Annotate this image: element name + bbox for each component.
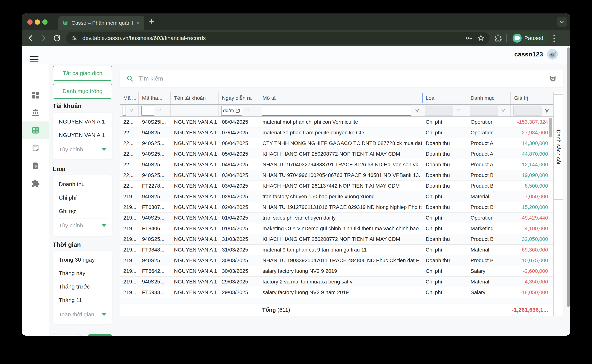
table-row[interactable]: 22... 940S25I... NGUYEN VAN A 1 08/04/20… bbox=[120, 117, 553, 127]
site-settings-icon[interactable] bbox=[71, 35, 78, 42]
filter-input-mo-ta[interactable] bbox=[262, 106, 411, 116]
extension-paused-badge[interactable]: Paused bbox=[511, 32, 548, 45]
date-filter-input[interactable]: dd/m bbox=[221, 106, 242, 116]
col-header-ma-tham-chieu[interactable]: Mã tha... bbox=[139, 92, 171, 104]
cell-danh-muc: Product B bbox=[467, 181, 511, 191]
sidebar-bottom-primary-button[interactable] bbox=[88, 334, 112, 336]
time-item[interactable]: Trong 30 ngày bbox=[53, 253, 112, 266]
table-row[interactable]: 219... 940S25... NGUYEN VAN A 1 31/03/20… bbox=[120, 234, 553, 245]
type-item[interactable]: Ghi nợ bbox=[53, 204, 112, 218]
funnel-icon[interactable] bbox=[157, 108, 162, 113]
all-transactions-button[interactable]: Tất cả giao dịch bbox=[53, 66, 112, 81]
filter-input-ma[interactable] bbox=[122, 106, 126, 116]
forward-icon[interactable] bbox=[40, 34, 48, 42]
funnel-icon[interactable] bbox=[245, 108, 250, 113]
table-scrollbar-thumb[interactable] bbox=[549, 118, 552, 137]
funnel-icon[interactable] bbox=[456, 108, 461, 113]
sidebar-bottom-secondary-button[interactable] bbox=[52, 334, 81, 336]
cell-ma: 219... bbox=[120, 255, 139, 266]
col-header-gia-tri[interactable]: Giá trị bbox=[511, 92, 553, 104]
sidebar-item-dashboard[interactable] bbox=[22, 87, 49, 104]
bookmark-star-icon[interactable] bbox=[477, 34, 484, 42]
funnel-icon[interactable] bbox=[414, 108, 420, 113]
table-row[interactable]: 22... 940S25... NGUYEN VAN A 1 06/04/202… bbox=[120, 138, 553, 149]
url-bar[interactable]: dev.table.casso.vn/business/603/financia… bbox=[66, 32, 490, 45]
filter-cell-danh-muc bbox=[467, 105, 511, 117]
cell-mo-ta: NHAN TU 9704996100205486763 TRACE 9 4658… bbox=[259, 170, 422, 181]
time-item[interactable]: Tháng trước bbox=[53, 280, 112, 293]
filter-input-danh-muc[interactable] bbox=[470, 106, 498, 116]
reload-icon[interactable] bbox=[53, 34, 61, 42]
table-row[interactable]: 219... FT6307... NGUYEN VAN A 1 02/04/20… bbox=[120, 202, 553, 213]
sidebar-item-invoices[interactable]: $ bbox=[22, 157, 49, 174]
type-item[interactable]: Doanh thu bbox=[53, 177, 112, 191]
filter-input-ma-tham-chieu[interactable] bbox=[141, 106, 154, 116]
cell-ma: 219... bbox=[120, 223, 139, 234]
funnel-icon[interactable] bbox=[544, 108, 550, 113]
column-panel: Danh sách cột bbox=[553, 92, 563, 316]
tab-search-chevron-button[interactable] bbox=[557, 17, 567, 27]
funnel-icon[interactable] bbox=[500, 108, 506, 113]
filter-cell-ma bbox=[120, 105, 139, 117]
user-account[interactable]: casso123 bbox=[514, 48, 558, 60]
back-icon[interactable] bbox=[27, 34, 35, 42]
tab-title-fade bbox=[133, 16, 144, 30]
browser-menu-icon[interactable] bbox=[552, 33, 556, 43]
table-row[interactable]: 22... 940S25... NGUYEN VAN A 1 03/04/202… bbox=[120, 170, 553, 181]
empty-category-button[interactable]: Danh mục trống bbox=[53, 84, 112, 99]
table-row[interactable]: 219... FT8406... NGUYEN VAN A 1 01/04/20… bbox=[120, 223, 553, 234]
table-row[interactable]: 219... 940S25... NGUYEN VAN A 1 30/03/20… bbox=[120, 255, 553, 266]
time-item[interactable]: Tháng này bbox=[53, 266, 112, 280]
traffic-light-zoom[interactable] bbox=[42, 20, 47, 25]
search-bar[interactable]: Tìm kiếm bbox=[120, 70, 563, 87]
col-header-danh-muc[interactable]: Danh mục bbox=[467, 92, 511, 104]
filter-input-gia-tri[interactable] bbox=[513, 106, 541, 116]
cell-ma: 219... bbox=[120, 202, 139, 213]
time-custom-dropdown[interactable]: Toàn thời gian bbox=[53, 308, 112, 321]
type-item[interactable]: Chi phí bbox=[53, 191, 112, 204]
table-row[interactable]: 219... 940S25... NGUYEN VAN A 1 02/04/20… bbox=[120, 191, 553, 202]
extensions-puzzle-icon[interactable] bbox=[495, 34, 502, 42]
traffic-light-close[interactable] bbox=[27, 20, 33, 25]
table-row[interactable]: 219... FT6642... NGUYEN VAN A 1 30/03/20… bbox=[120, 266, 553, 277]
col-header-ten-tai-khoan[interactable]: Tên tài khoản bbox=[171, 92, 219, 104]
sidebar-item-notes[interactable] bbox=[22, 139, 49, 156]
filter-input-loai[interactable] bbox=[425, 106, 453, 116]
table-row[interactable]: 22... FT2278... NGUYEN VAN A 1 03/04/202… bbox=[120, 181, 553, 191]
table-row[interactable]: 22... 940S25... NGUYEN VAN A 1 05/04/202… bbox=[120, 149, 553, 159]
account-item[interactable]: NGUYEN VAN A 1 bbox=[53, 128, 112, 142]
table-row[interactable]: 219... FT9848... NGUYEN VAN A 1 31/03/20… bbox=[120, 245, 553, 255]
time-item[interactable]: Tháng 11 bbox=[53, 293, 112, 307]
sidebar-item-records-active[interactable] bbox=[22, 122, 49, 139]
sidebar-item-integrations[interactable] bbox=[22, 175, 49, 192]
col-header-ngay-dien-ra[interactable]: Ngày diễn ra bbox=[219, 92, 259, 104]
password-key-icon[interactable] bbox=[465, 34, 473, 42]
menu-hamburger-icon[interactable] bbox=[30, 56, 39, 62]
browser-tab[interactable]: Casso – Phần mềm quản lý dò × bbox=[58, 16, 144, 30]
table-row[interactable]: 22... 940S25... NGUYEN VAN A 1 04/04/202… bbox=[120, 159, 553, 170]
traffic-light-minimize[interactable] bbox=[35, 20, 40, 25]
type-custom-dropdown[interactable]: Tùy chỉnh bbox=[53, 219, 112, 232]
table-row[interactable]: 219... 940S25... NGUYEN VAN A 1 01/04/20… bbox=[120, 213, 553, 223]
calendar-icon[interactable] bbox=[235, 108, 240, 113]
col-header-loai-focused[interactable]: Loại bbox=[422, 92, 467, 104]
new-tab-button[interactable]: + bbox=[147, 17, 156, 26]
account-custom-dropdown[interactable]: Tùy chỉnh bbox=[53, 143, 112, 156]
partial-row bbox=[120, 298, 553, 304]
avatar[interactable] bbox=[547, 49, 558, 60]
page-scrollbar-thumb[interactable] bbox=[567, 47, 570, 307]
col-header-ma[interactable]: Mã ... bbox=[120, 92, 139, 104]
funnel-icon[interactable] bbox=[128, 108, 134, 113]
cell-mo-ta: factory 2 va mai ton mua xa beng sat v bbox=[259, 277, 422, 287]
account-item[interactable]: NGUYEN VAN A 1 bbox=[53, 115, 112, 128]
col-header-mo-ta[interactable]: Mô tả bbox=[259, 92, 422, 104]
tab-title: Casso – Phần mềm quản lý dò bbox=[72, 20, 133, 26]
casso-cat-icon[interactable] bbox=[549, 75, 557, 82]
column-list-tab[interactable]: Danh sách cột bbox=[554, 94, 563, 200]
table-row[interactable]: 219... FT5933... NGUYEN VAN A 1 29/03/20… bbox=[120, 287, 553, 298]
table-row[interactable]: 22... 940S25... NGUYEN VAN A 1 07/04/202… bbox=[120, 127, 553, 138]
cell-ma-tham-chieu: 940S25... bbox=[139, 191, 171, 202]
svg-text:$: $ bbox=[34, 164, 37, 168]
table-row[interactable]: 219... 940S25... NGUYEN VAN A 1 29/03/20… bbox=[120, 277, 553, 287]
sidebar-item-bank[interactable] bbox=[22, 104, 49, 121]
